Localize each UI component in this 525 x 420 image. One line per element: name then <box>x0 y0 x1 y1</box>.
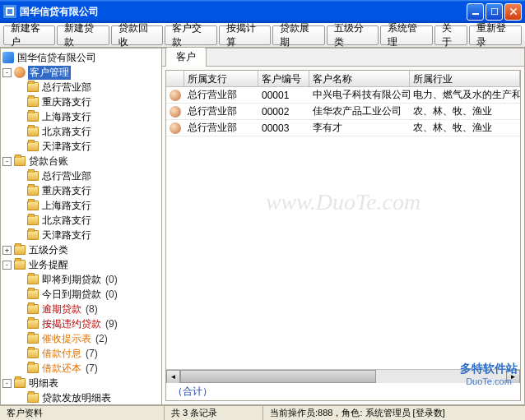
grid-body[interactable]: 总行营业部 00001 中兴电子科技有限公司 电力、燃气及水的生产和 总行营业部… <box>166 87 520 369</box>
collapse-icon[interactable]: - <box>2 157 12 166</box>
folder-icon <box>14 156 26 166</box>
table-row[interactable]: 总行营业部 00003 李有才 农、林、牧、渔业 <box>166 120 520 136</box>
collapse-icon[interactable]: - <box>2 379 12 388</box>
tree-branch[interactable]: 重庆路支行 <box>2 183 160 198</box>
app-icon <box>3 5 16 18</box>
nav-tree[interactable]: 国华信贷有限公司 - 客户管理 总行营业部 重庆路支行 上海路支行 北京路支行 … <box>0 48 162 405</box>
expand-icon[interactable]: + <box>2 246 12 255</box>
tree-five-level[interactable]: + 五级分类 <box>2 242 160 257</box>
folder-icon <box>27 186 39 196</box>
new-loan-button[interactable]: 新建贷款 <box>57 25 109 45</box>
folder-icon <box>27 289 39 299</box>
folder-icon <box>27 127 39 136</box>
tab-strip: 客户 <box>162 48 524 67</box>
content-area: 客户 www.DuoTe.com 所属支行 客户编号 客户名称 所属行业 总行营… <box>162 48 525 405</box>
status-operator: 当前操作员:888，角色: 系统管理员 [登录数] <box>263 406 525 420</box>
window-controls <box>467 3 522 21</box>
folder-icon <box>27 141 39 151</box>
horizontal-scrollbar[interactable]: ◄ ► <box>166 369 520 383</box>
folder-icon <box>27 334 39 344</box>
window-title: 国华信贷有限公司 <box>20 5 467 19</box>
close-button[interactable] <box>504 3 522 21</box>
col-customer-id[interactable]: 客户编号 <box>258 71 309 86</box>
collapse-icon[interactable]: - <box>2 261 12 270</box>
tree-alert-item[interactable]: 催收提示表(2) <box>2 331 160 346</box>
group-icon <box>14 67 26 78</box>
folder-icon <box>27 171 39 181</box>
tree-root[interactable]: 国华信贷有限公司 <box>2 50 160 65</box>
tree-branch[interactable]: 总行营业部 <box>2 80 160 95</box>
mortgage-calc-button[interactable]: 按揭计算 <box>219 25 271 45</box>
tab-customer[interactable]: 客户 <box>165 47 207 67</box>
folder-icon <box>27 97 39 107</box>
scroll-left-button[interactable]: ◄ <box>166 370 180 384</box>
customer-payment-button[interactable]: 客户交款 <box>165 25 216 45</box>
col-branch[interactable]: 所属支行 <box>184 71 258 86</box>
svg-rect-3 <box>472 13 479 15</box>
tree-detail-item[interactable]: 贷款发放明细表 <box>2 390 160 405</box>
loan-recovery-button[interactable]: 贷款回收 <box>111 25 163 45</box>
main-area: 国华信贷有限公司 - 客户管理 总行营业部 重庆路支行 上海路支行 北京路支行 … <box>0 48 525 405</box>
collapse-icon[interactable]: - <box>2 68 12 77</box>
tree-branch[interactable]: 上海路支行 <box>2 198 160 213</box>
folder-icon <box>27 275 39 284</box>
folder-icon <box>27 348 39 358</box>
folder-icon <box>27 82 39 92</box>
row-indicator-header[interactable] <box>166 71 184 86</box>
tree-alert-item[interactable]: 今日到期贷款(0) <box>2 287 160 302</box>
tree-branch[interactable]: 上海路支行 <box>2 109 160 124</box>
col-customer-name[interactable]: 客户名称 <box>309 71 410 86</box>
tree-alert-item[interactable]: 即将到期贷款(0) <box>2 272 160 287</box>
toolbar: 新建客户 新建贷款 贷款回收 客户交款 按揭计算 贷款展期 五级分类 系统管理 … <box>0 23 525 48</box>
scroll-thumb[interactable] <box>180 370 376 383</box>
scroll-right-button[interactable]: ► <box>506 370 520 384</box>
folder-icon <box>27 112 39 122</box>
loan-extension-button[interactable]: 贷款展期 <box>272 25 324 45</box>
tree-branch[interactable]: 天津路支行 <box>2 228 160 242</box>
grid-footer: （合计） <box>166 383 520 400</box>
table-row[interactable]: 总行营业部 00001 中兴电子科技有限公司 电力、燃气及水的生产和 <box>166 87 520 104</box>
tree-alert-item[interactable]: 按揭违约贷款(9) <box>2 316 160 331</box>
svg-rect-4 <box>491 8 498 15</box>
grid-header: 所属支行 客户编号 客户名称 所属行业 <box>166 71 520 87</box>
status-section: 客户资料 <box>0 406 165 420</box>
data-grid: www.DuoTe.com 所属支行 客户编号 客户名称 所属行业 总行营业部 … <box>165 70 521 401</box>
tree-biz-alert[interactable]: - 业务提醒 <box>2 257 160 272</box>
svg-rect-2 <box>7 9 12 14</box>
tree-branch[interactable]: 北京路支行 <box>2 213 160 228</box>
col-industry[interactable]: 所属行业 <box>410 71 520 86</box>
folder-icon <box>27 215 39 225</box>
table-row[interactable]: 总行营业部 00002 佳华农产品工业公司 农、林、牧、渔业 <box>166 104 520 120</box>
folder-icon <box>27 304 39 314</box>
scroll-track[interactable] <box>180 370 506 383</box>
tree-customer-mgmt[interactable]: - 客户管理 <box>2 65 160 80</box>
relogin-button[interactable]: 重新登录 <box>469 25 521 45</box>
folder-icon <box>14 245 26 255</box>
folder-icon <box>27 319 39 329</box>
person-icon <box>170 106 181 118</box>
status-record-count: 共 3 条记录 <box>165 406 263 420</box>
minimize-button[interactable] <box>467 3 484 21</box>
folder-icon <box>14 260 26 270</box>
folder-icon <box>27 230 39 240</box>
system-mgmt-button[interactable]: 系统管理 <box>380 25 432 45</box>
folder-icon <box>14 378 26 388</box>
title-bar: 国华信贷有限公司 <box>0 0 525 23</box>
tree-detail[interactable]: - 明细表 <box>2 376 160 390</box>
tree-branch[interactable]: 总行营业部 <box>2 168 160 183</box>
tree-loan-ledger[interactable]: - 贷款台账 <box>2 154 160 168</box>
new-customer-button[interactable]: 新建客户 <box>3 25 55 45</box>
status-bar: 客户资料 共 3 条记录 当前操作员:888，角色: 系统管理员 [登录数] <box>0 405 525 420</box>
five-level-button[interactable]: 五级分类 <box>327 25 379 45</box>
tree-branch[interactable]: 北京路支行 <box>2 124 160 139</box>
tree-branch[interactable]: 天津路支行 <box>2 139 160 154</box>
person-icon <box>170 122 181 134</box>
folder-icon <box>27 393 39 403</box>
tree-branch[interactable]: 重庆路支行 <box>2 95 160 109</box>
tree-alert-item[interactable]: 逾期贷款(8) <box>2 302 160 316</box>
about-button[interactable]: 关于 <box>434 25 468 45</box>
tree-alert-item[interactable]: 借款付息(7) <box>2 346 160 361</box>
folder-icon <box>27 363 39 373</box>
maximize-button[interactable] <box>486 3 503 21</box>
tree-alert-item[interactable]: 借款还本(7) <box>2 361 160 376</box>
